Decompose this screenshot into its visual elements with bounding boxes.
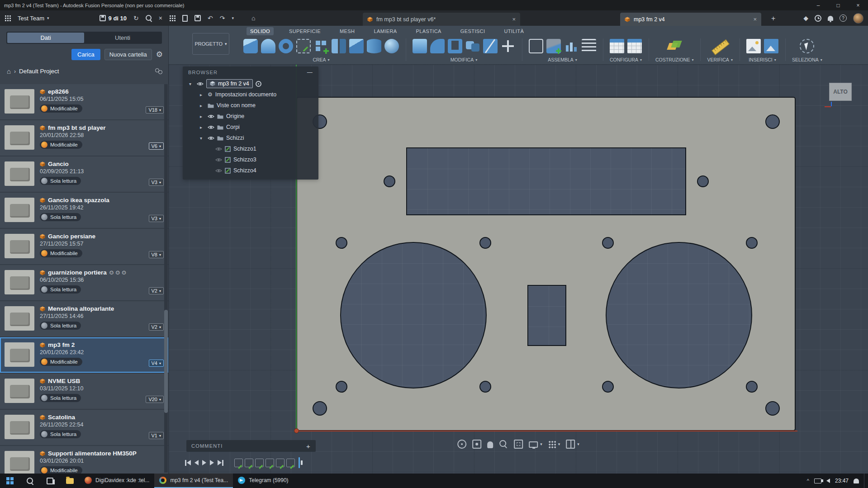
ribbon-tab-gestisci[interactable]: GESTISCI — [457, 27, 489, 35]
modeling-viewport[interactable]: ALTO BROWSER — ▾ mp3 fm 2 v4 ▸ ⚙ Impost — [169, 65, 868, 474]
data-panel-item[interactable]: NVME USB 03/11/2025 12:10 Sola lettura V… — [0, 374, 168, 410]
group-dropdown-inserisci[interactable]: INSERISCI▾ — [749, 57, 776, 62]
timeline-sketch-feature[interactable] — [276, 459, 285, 467]
mount-hole[interactable] — [479, 237, 491, 249]
data-panel-item[interactable]: Gancio 02/09/2025 21:13 Sola lettura V3 … — [0, 156, 168, 193]
doc-tab-mp3-fm-2[interactable]: mp3 fm 2 v4 × — [620, 13, 761, 26]
save-icon[interactable] — [194, 15, 201, 21]
display-settings-icon[interactable] — [529, 441, 538, 448]
item-thumbnail[interactable] — [5, 234, 34, 258]
right-speaker-cutout[interactable] — [606, 242, 752, 389]
item-version-badge[interactable]: V2 ▾ — [149, 323, 164, 331]
eye-off-icon[interactable] — [215, 168, 222, 173]
mount-hole[interactable] — [336, 237, 347, 249]
tab-utenti[interactable]: Utenti — [84, 33, 161, 43]
mount-hole[interactable] — [479, 381, 491, 393]
taskbar-app-digidavidex[interactable]: DigiDavidex :kde :tel... — [80, 474, 154, 488]
corner-hole-bottom-right[interactable] — [765, 401, 780, 416]
doc-tab-fm-mp3[interactable]: fm mp3 bt sd player v6* × — [363, 13, 520, 26]
item-status-badge[interactable]: Sola lettura — [40, 394, 81, 402]
breadcrumb-project[interactable]: Default Project — [19, 68, 59, 75]
mount-hole[interactable] — [746, 237, 758, 249]
new-component-icon[interactable] — [529, 39, 543, 53]
data-panel-item[interactable]: Scatolina 26/11/2025 22:54 Sola lettura … — [0, 410, 168, 446]
timeline-play-button[interactable] — [202, 460, 206, 465]
comments-bar[interactable]: COMMENTI + — [186, 440, 316, 452]
browser-node-bodies[interactable]: ▸ Corpi — [183, 122, 318, 133]
item-status-badge[interactable]: Modificabile — [40, 249, 82, 257]
timeline-sketch-feature[interactable] — [245, 459, 253, 467]
item-version-badge[interactable]: V3 ▾ — [149, 179, 164, 186]
search-icon[interactable] — [146, 15, 152, 21]
item-status-badge[interactable]: Sola lettura — [40, 213, 81, 221]
configuration-table-icon[interactable] — [610, 39, 624, 53]
data-panel-toggle-icon[interactable] — [5, 15, 11, 21]
timeline-position-marker[interactable] — [299, 457, 300, 468]
item-version-badge[interactable]: V8 ▾ — [149, 251, 164, 258]
group-dropdown-costruzione[interactable]: COSTRUZIONE▾ — [655, 57, 693, 62]
timeline-sketch-feature[interactable] — [234, 459, 243, 467]
tray-display-icon[interactable] — [814, 479, 821, 483]
redo-icon[interactable]: ↷ — [220, 15, 225, 21]
browser-node-settings[interactable]: ▸ ⚙ Impostazioni documento — [183, 89, 318, 100]
timeline-step-back-button[interactable] — [194, 460, 199, 465]
cylinder-primitive-icon[interactable] — [367, 39, 381, 53]
item-version-badge[interactable]: V3 ▾ — [149, 215, 164, 222]
timeline-skip-end-button[interactable] — [218, 460, 223, 466]
data-panel-item[interactable]: Supporti alimentatore HM350P 03/01/2026 … — [0, 446, 168, 474]
grid-snap-icon[interactable] — [548, 441, 556, 448]
display-cutout-profile[interactable] — [406, 147, 686, 215]
item-version-badge[interactable]: V1 ▾ — [149, 432, 164, 439]
item-thumbnail[interactable] — [5, 270, 34, 294]
combine-icon[interactable] — [465, 39, 480, 53]
tray-chevron-icon[interactable]: ^ — [807, 479, 809, 483]
revolve-icon[interactable] — [261, 39, 275, 53]
active-document-box[interactable]: mp3 fm 2 v4 — [206, 79, 253, 88]
sketch-origin-point[interactable] — [294, 428, 299, 433]
ribbon-tab-solido[interactable]: SOLIDO — [247, 27, 274, 35]
avatar[interactable] — [853, 13, 863, 24]
data-panel-item[interactable]: guarnizione portiera ☺☺☺ 06/10/2025 15:3… — [0, 265, 168, 301]
construction-plane-icon[interactable] — [667, 39, 682, 53]
side-hole-right[interactable] — [697, 175, 709, 187]
caret-down-icon[interactable]: ▾ — [577, 442, 579, 446]
ribbon-tab-plastica[interactable]: PLASTICA — [412, 27, 445, 35]
timeline-sketch-feature[interactable] — [255, 459, 264, 467]
data-panel-item[interactable]: Gancio persiane 27/11/2025 15:57 Modific… — [0, 229, 168, 265]
data-panel-scrollbar[interactable] — [164, 84, 168, 473]
caret-right-icon[interactable]: ▸ — [200, 114, 205, 119]
ribbon-tab-superficie[interactable]: SUPERFICIE — [285, 27, 324, 35]
mount-hole[interactable] — [602, 381, 614, 393]
orbit-icon[interactable] — [457, 440, 466, 449]
task-view-button[interactable] — [40, 474, 60, 488]
measure-icon[interactable] — [713, 39, 727, 53]
browser-node-sketches[interactable]: ▾ Schizzi — [183, 133, 318, 143]
ribbon-tab-lamiera[interactable]: LAMIERA — [370, 27, 400, 35]
action-center-icon[interactable] — [854, 479, 859, 483]
show-desktop-strip[interactable] — [864, 474, 866, 488]
mirror-icon[interactable] — [332, 39, 346, 53]
joint-icon[interactable] — [546, 39, 561, 53]
left-speaker-cutout[interactable] — [340, 242, 487, 389]
ribbon-tab-mesh[interactable]: MESH — [336, 27, 358, 35]
job-status-icon[interactable] — [815, 15, 821, 22]
browser-node-origin[interactable]: ▸ Origine — [183, 111, 318, 122]
browser-node-sketch4[interactable]: Schizzo4 — [183, 165, 318, 176]
browser-root-node[interactable]: ▾ mp3 fm 2 v4 — [183, 78, 318, 89]
caret-down-icon[interactable]: ▾ — [540, 442, 542, 446]
taskbar-app-fusion[interactable]: mp3 fm 2 v4 (Test Tea... — [154, 474, 233, 488]
rigid-group-icon[interactable] — [564, 39, 579, 53]
item-thumbnail[interactable] — [5, 198, 34, 222]
eye-icon[interactable] — [197, 81, 204, 86]
group-dropdown-configura[interactable]: CONFIGURA▾ — [610, 57, 642, 62]
save-counter[interactable]: 9 di 10 — [100, 15, 127, 22]
box-primitive-icon[interactable] — [349, 39, 364, 53]
data-panel-item[interactable]: mp3 fm 2 20/01/2026 23:42 Modificabile V… — [0, 337, 168, 374]
title-bar[interactable]: mp3 fm 2 v4 (Test Team) - Autodesk Fusio… — [0, 0, 868, 10]
corner-hole-bottom-left[interactable] — [313, 401, 327, 416]
create-sketch-icon[interactable] — [296, 39, 311, 53]
new-folder-button[interactable]: Nuova cartella — [104, 49, 152, 60]
project-menu-button[interactable]: PROGETTO ▾ — [192, 33, 229, 55]
gear-icon[interactable]: ⚙ — [156, 50, 163, 59]
close-button[interactable]: × — [848, 0, 868, 10]
